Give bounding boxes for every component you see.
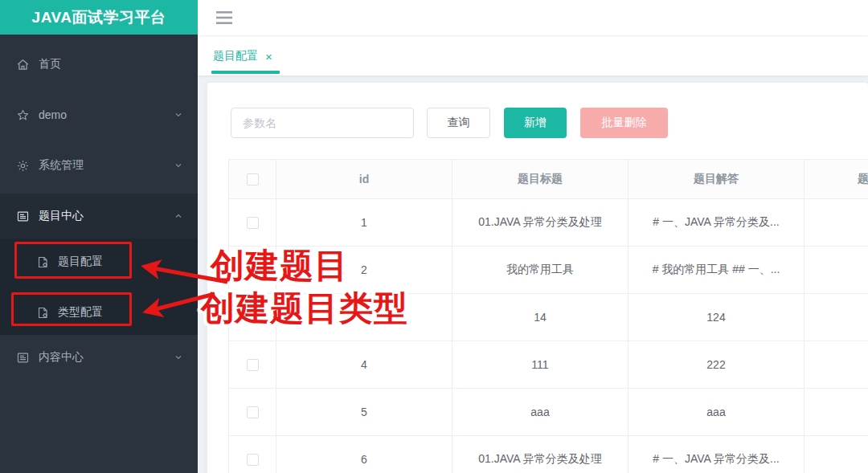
table-row: 101.JAVA 异常分类及处理# 一、JAVA 异常分类及... [229,199,868,247]
sidebar-item-label: 内容中心 [39,350,84,365]
chevron-down-icon [174,110,183,120]
row-title-cell: 我的常用工具 [452,247,628,294]
row-title-cell: 14 [452,294,628,341]
annotation-box-question-config [14,242,132,279]
row-checkbox-cell [229,436,276,473]
tab-label: 题目配置 [213,49,258,63]
row-type-cell [805,199,868,247]
row-type-cell [805,247,868,294]
annotation-box-type-config [11,292,132,326]
form-icon [16,351,30,365]
app-window: JAVA面试学习平台 首页 demo 系统管理 [0,0,868,473]
select-all-checkbox[interactable] [247,173,259,186]
active-tab-underline [211,71,280,74]
search-input[interactable] [231,108,414,138]
add-button[interactable]: 新增 [504,108,567,138]
row-title-cell: 01.JAVA 异常分类及处理 [452,199,628,247]
row-title-cell: 111 [452,341,628,389]
sidebar-item-label: 系统管理 [39,158,84,173]
sidebar-item-system-management[interactable]: 系统管理 [0,143,198,188]
table-row: 5aaaaaa [229,389,868,436]
table-row: 601.JAVA 异常分类及处理# 一、JAVA 异常分类及... [229,436,868,473]
row-answer-cell: 222 [628,341,805,389]
row-type-cell [805,341,868,389]
hamburger-menu-icon[interactable] [216,10,232,25]
column-header-answer: 题目解答 [628,160,805,199]
sidebar-item-demo[interactable]: demo [0,92,198,137]
row-type-cell [805,294,868,341]
row-checkbox[interactable] [247,406,259,418]
annotation-create-question: 创建题目 [211,243,349,288]
row-checkbox-cell [229,341,276,389]
sidebar-item-question-center[interactable]: 题目中心 [0,194,198,239]
row-checkbox[interactable] [247,359,259,371]
sidebar-item-content-center[interactable]: 内容中心 [0,335,198,380]
topbar [198,0,868,36]
column-header-id: id [276,160,452,199]
sidebar-item-label: demo [39,108,67,121]
row-checkbox-cell [229,389,276,436]
column-header-type: 题目类型 [805,160,868,199]
app-logo-title: JAVA面试学习平台 [0,0,198,35]
query-button[interactable]: 查询 [427,108,490,138]
annotation-create-question-type: 创建题目类型 [201,286,408,331]
tab-question-config[interactable]: 题目配置 × [211,37,274,75]
sidebar: JAVA面试学习平台 首页 demo 系统管理 [0,0,198,473]
row-id-cell: 4 [276,341,452,389]
star-icon [16,108,30,122]
row-type-cell [805,389,868,436]
chevron-up-icon [174,211,183,221]
table-body: 101.JAVA 异常分类及处理# 一、JAVA 异常分类及...2我的常用工具… [229,199,868,473]
row-checkbox[interactable] [247,217,259,229]
table-header-row: id 题目标题 题目解答 题目类型 [229,160,868,199]
sidebar-item-home[interactable]: 首页 [0,42,198,87]
batch-delete-button[interactable]: 批量删除 [580,108,668,138]
chevron-down-icon [174,353,183,362]
home-icon [16,58,30,71]
row-title-cell: 01.JAVA 异常分类及处理 [452,436,628,473]
row-id-cell: 6 [276,436,452,473]
row-checkbox[interactable] [247,454,259,466]
select-all-cell [229,160,276,199]
row-id-cell: 1 [276,199,452,247]
column-header-title: 题目标题 [452,160,628,199]
sidebar-item-label: 首页 [39,57,61,71]
tabs-bar: 题目配置 × [198,37,868,75]
row-id-cell: 5 [276,389,452,436]
table-row: 4111222 [229,341,868,389]
row-answer-cell: 124 [628,294,805,341]
sidebar-item-label: 题目中心 [39,209,84,223]
row-answer-cell: # 一、JAVA 异常分类及... [628,199,805,247]
gear-icon [16,159,30,173]
tab-close-icon[interactable]: × [265,51,272,63]
row-answer-cell: aaa [628,389,805,436]
form-icon [16,210,30,223]
row-answer-cell: # 我的常用工具 ## 一、... [628,247,805,294]
row-title-cell: aaa [452,389,628,436]
chevron-down-icon [174,161,183,170]
row-answer-cell: # 一、JAVA 异常分类及... [628,436,805,473]
row-type-cell [805,436,868,473]
row-checkbox-cell [229,199,276,247]
